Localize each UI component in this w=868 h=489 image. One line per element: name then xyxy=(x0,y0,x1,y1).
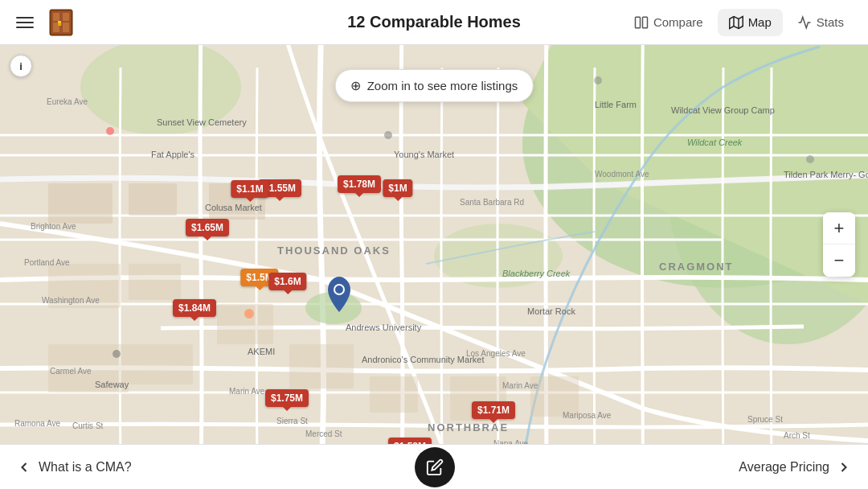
app-logo xyxy=(47,8,76,37)
prev-nav[interactable]: What is a CMA? xyxy=(16,459,132,475)
header-left xyxy=(13,8,76,37)
info-button[interactable]: i xyxy=(10,55,32,77)
price-pin-pin6[interactable]: $1.6M xyxy=(268,273,306,290)
pencil-icon xyxy=(426,458,444,476)
map-icon xyxy=(729,15,743,30)
compare-button[interactable]: Compare xyxy=(623,9,714,36)
next-icon xyxy=(836,459,852,475)
map-controls: + − xyxy=(823,212,855,277)
svg-rect-25 xyxy=(129,344,193,384)
svg-rect-20 xyxy=(129,183,177,216)
svg-point-32 xyxy=(244,309,254,318)
price-pin-pin3[interactable]: $1M xyxy=(383,179,412,197)
hamburger-menu[interactable] xyxy=(13,14,37,31)
zoom-tooltip: ⊕ Zoom in to see more listings xyxy=(335,69,534,102)
svg-point-34 xyxy=(113,350,121,358)
stats-button[interactable]: Stats xyxy=(786,9,855,36)
zoom-in-button[interactable]: + xyxy=(823,212,855,244)
price-pin-pin7[interactable]: $1.84M xyxy=(173,299,216,317)
svg-point-39 xyxy=(335,286,343,294)
home-marker[interactable] xyxy=(325,277,354,315)
footer: What is a CMA? Average Pricing xyxy=(0,444,868,489)
svg-rect-27 xyxy=(289,344,354,388)
svg-rect-30 xyxy=(530,376,579,417)
next-nav[interactable]: Average Pricing xyxy=(739,459,852,475)
map-container[interactable]: i ⊕ Zoom in to see more listings $1.55M$… xyxy=(0,45,868,444)
svg-marker-10 xyxy=(729,16,743,28)
svg-rect-6 xyxy=(53,23,59,32)
stats-icon xyxy=(797,15,812,30)
svg-rect-19 xyxy=(48,183,113,224)
page-title: 12 Comparable Homes xyxy=(347,13,521,31)
svg-point-33 xyxy=(106,127,114,135)
compare-icon xyxy=(634,15,649,30)
svg-rect-4 xyxy=(53,13,59,21)
price-pin-pin9[interactable]: $1.71M xyxy=(472,401,515,419)
svg-rect-22 xyxy=(48,264,121,308)
svg-point-35 xyxy=(384,131,392,139)
svg-rect-28 xyxy=(370,376,418,413)
svg-rect-5 xyxy=(63,13,69,21)
svg-rect-7 xyxy=(63,23,69,32)
svg-point-37 xyxy=(594,76,602,84)
price-pin-pin12[interactable]: $1.1M xyxy=(231,180,268,198)
zoom-icon: ⊕ xyxy=(350,78,361,93)
price-pin-pin4[interactable]: $1.65M xyxy=(186,219,229,236)
price-pin-pin2[interactable]: $1.78M xyxy=(338,175,381,193)
zoom-out-button[interactable]: − xyxy=(823,244,855,277)
svg-rect-8 xyxy=(635,17,640,28)
header: 12 Comparable Homes Compare Map Stats xyxy=(0,0,868,45)
home-marker-icon xyxy=(325,277,354,312)
price-pin-pin8[interactable]: $1.75M xyxy=(265,389,309,407)
map-background xyxy=(0,45,868,444)
price-pin-pin10[interactable]: $1.58M xyxy=(388,438,432,444)
svg-rect-9 xyxy=(642,17,647,28)
prev-icon xyxy=(16,459,32,475)
header-nav: Compare Map Stats xyxy=(623,9,855,36)
svg-rect-23 xyxy=(129,264,181,300)
map-button[interactable]: Map xyxy=(718,9,783,36)
edit-button[interactable] xyxy=(415,447,455,487)
svg-point-36 xyxy=(806,155,814,163)
svg-rect-26 xyxy=(217,304,273,344)
